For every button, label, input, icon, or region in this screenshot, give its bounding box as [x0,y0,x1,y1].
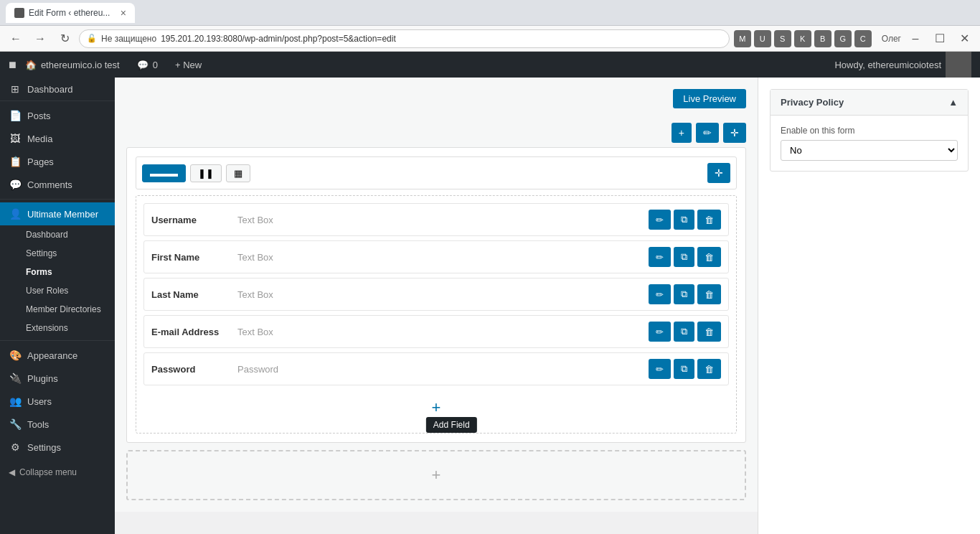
admin-bar-site[interactable]: 🏠 ethereumico.io test [17,52,128,78]
sidebar-item-pages[interactable]: 📋 Pages [0,150,115,173]
sidebar-item-plugins[interactable]: 🔌 Plugins [0,367,115,390]
copy-first-name-button[interactable]: ⧉ [674,247,694,267]
single-col-icon: ▬▬▬ [150,168,178,179]
admin-bar-comments[interactable]: 💬 0 [128,52,166,78]
sidebar-sub-um-settings[interactable]: Settings [0,244,115,263]
avatar [946,52,971,78]
sidebar-section-um: 👤 Ultimate Member Dashboard Settings For… [0,199,115,340]
ext-btn-7[interactable]: C [854,30,872,47]
edit-last-name-button[interactable]: ✏ [649,284,671,304]
wp-logo-icon[interactable]: ■ [9,57,17,72]
settings-icon: ⚙ [9,441,22,453]
sidebar-label-appearance: Appearance [27,350,77,361]
ext-btn-3[interactable]: S [774,30,791,47]
sidebar-item-users[interactable]: 👥 Users [0,390,115,413]
live-preview-button[interactable]: Live Preview [673,89,746,108]
layout-three-col-button[interactable]: ▦ [226,164,250,182]
sidebar-label-plugins: Plugins [27,373,58,384]
sidebar-label-pages: Pages [27,156,54,167]
add-field-tooltip-text: Add Field [433,420,470,430]
sidebar-item-posts[interactable]: 📄 Posts [0,104,115,127]
privacy-policy-body: Enable on this form No Yes [771,116,968,171]
copy-email-button[interactable]: ⧉ [674,322,694,342]
back-button[interactable]: ← [6,29,26,49]
sidebar-item-settings[interactable]: ⚙ Settings [0,436,115,459]
move-form-button[interactable]: ✛ [707,163,730,183]
sidebar-section-appearance: 🎨 Appearance 🔌 Plugins 👥 Users 🔧 Tools ⚙… [0,340,115,462]
maximize-button[interactable]: ☐ [930,29,950,49]
ext-btn-2[interactable]: U [754,30,771,47]
delete-first-name-button[interactable]: 🗑 [697,247,721,267]
sidebar-item-media[interactable]: 🖼 Media [0,127,115,150]
sidebar-sub-um-extensions[interactable]: Extensions [0,319,115,337]
copy-username-button[interactable]: ⧉ [674,210,694,230]
ext-btn-5[interactable]: B [814,30,831,47]
sidebar-sub-um-forms[interactable]: Forms [0,263,115,281]
field-row-last-name: Last Name Text Box ✏ ⧉ 🗑 [143,278,729,311]
address-bar[interactable]: 🔓 Не защищено 195.201.20.193:8080/wp-adm… [79,29,730,48]
ext-btn-1[interactable]: M [734,30,751,47]
delete-last-name-button[interactable]: 🗑 [697,284,721,304]
sidebar-item-appearance[interactable]: 🎨 Appearance [0,344,115,367]
field-row-password: Password Password ✏ ⧉ 🗑 [143,352,729,385]
ext-btn-6[interactable]: G [834,30,852,47]
layout-single-col-button[interactable]: ▬▬▬ [142,164,186,182]
minimize-button[interactable]: – [905,29,925,49]
add-field-area[interactable]: + Add Field [143,390,729,426]
add-field-plus-icon[interactable]: + [432,398,441,417]
howdy-text: Howdy, ethereumicoiotest [834,60,941,70]
sidebar-sub-um-member-directories[interactable]: Member Directories [0,300,115,319]
tools-icon: 🔧 [9,418,22,430]
refresh-button[interactable]: ↻ [55,29,75,49]
posts-icon: 📄 [9,110,22,121]
copy-last-name-button[interactable]: ⧉ [674,284,694,304]
forward-button[interactable]: → [30,29,50,49]
layout-two-col-button[interactable]: ❚❚ [190,164,222,182]
field-label-first-name: First Name [151,252,237,263]
move-row-button[interactable]: ✛ [723,123,746,143]
user-label: Олег [882,34,901,44]
comments-nav-icon: 💬 [9,179,22,190]
edit-first-name-button[interactable]: ✏ [649,247,671,267]
delete-password-button[interactable]: 🗑 [697,359,721,379]
sidebar-item-comments[interactable]: 💬 Comments [0,173,115,196]
copy-password-button[interactable]: ⧉ [674,359,694,379]
privacy-policy-field-label: Enable on this form [781,126,958,136]
edit-password-button[interactable]: ✏ [649,359,671,379]
new-label: + New [175,60,202,70]
sidebar-sub-um-dashboard[interactable]: Dashboard [0,225,115,244]
sidebar-item-tools[interactable]: 🔧 Tools [0,413,115,436]
field-type-username: Text Box [237,215,649,225]
ext-btn-4[interactable]: K [794,30,811,47]
tab-close-button[interactable]: × [121,7,126,19]
sidebar-item-dashboard[interactable]: ⊞ Dashboard [0,78,115,100]
delete-email-button[interactable]: 🗑 [697,322,721,342]
bottom-add-plus-icon[interactable]: + [432,466,441,484]
sidebar-label-comments: Comments [27,179,72,190]
dashboard-icon: ⊞ [9,83,22,95]
sidebar-sub-um-user-roles[interactable]: User Roles [0,281,115,300]
browser-tab[interactable]: Edit Form ‹ ethereu... × [6,3,135,23]
tab-title: Edit Form ‹ ethereu... [29,8,110,18]
fields-container: Username Text Box ✏ ⧉ 🗑 First Name Text … [136,195,737,434]
admin-bar-new[interactable]: + New [166,52,210,78]
two-col-icon: ❚❚ [198,168,214,179]
close-window-button[interactable]: ✕ [954,29,974,49]
field-actions-email: ✏ ⧉ 🗑 [649,322,721,342]
form-layout-toolbar: ▬▬▬ ❚❚ ▦ ✛ [136,156,737,189]
edit-row-button[interactable]: ✏ [696,123,719,143]
privacy-policy-select[interactable]: No Yes [781,140,958,161]
field-row-first-name: First Name Text Box ✏ ⧉ 🗑 [143,240,729,273]
privacy-policy-title: Privacy Policy [781,97,844,108]
edit-email-button[interactable]: ✏ [649,322,671,342]
add-row-button[interactable]: + [672,123,692,143]
delete-username-button[interactable]: 🗑 [697,210,721,230]
sidebar-item-ultimate-member[interactable]: 👤 Ultimate Member [0,202,115,225]
collapse-menu-label: Collapse menu [19,467,77,477]
sidebar-label-ultimate-member: Ultimate Member [27,209,98,220]
collapse-menu-button[interactable]: ◀ Collapse menu [0,462,115,483]
privacy-policy-collapse-icon[interactable]: ▲ [948,97,958,108]
edit-username-button[interactable]: ✏ [649,210,671,230]
bottom-add-section[interactable]: + [126,450,746,500]
users-icon: 👥 [9,395,22,407]
